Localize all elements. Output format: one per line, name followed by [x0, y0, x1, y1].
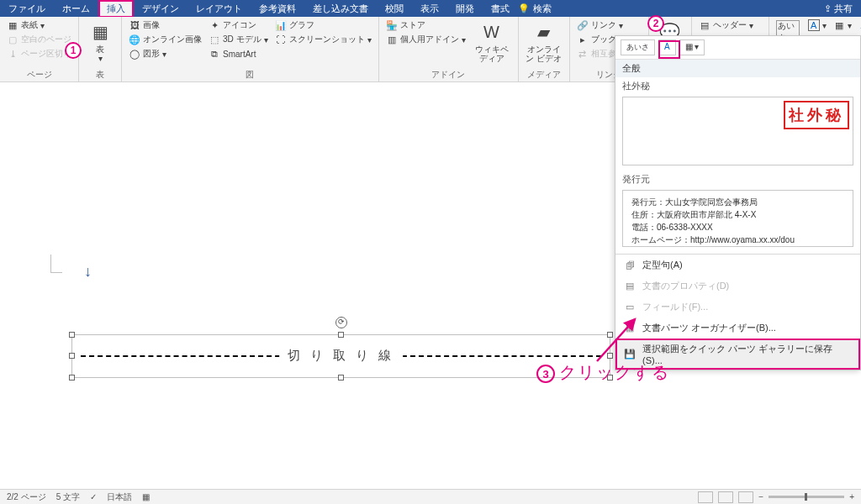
gallery-quickparts-btn[interactable]: ▦ ▾: [679, 39, 705, 55]
page-break-button[interactable]: ⤓ページ区切り: [4, 47, 74, 60]
search-placeholder: 検索: [533, 3, 552, 15]
resize-handle[interactable]: [607, 353, 613, 359]
blank-page-button[interactable]: ▢空白のページ: [4, 33, 74, 46]
zoom-slider[interactable]: [769, 496, 844, 498]
view-read-button[interactable]: [698, 491, 713, 503]
shapes-icon: ◯: [129, 48, 140, 60]
field-icon: ▭: [624, 302, 636, 312]
resize-handle[interactable]: [607, 332, 613, 338]
header-icon: ▤: [699, 19, 710, 31]
annotation-badge-3: 3: [536, 365, 555, 383]
tab-file[interactable]: ファイル: [0, 0, 54, 18]
zoom-in-button[interactable]: +: [849, 492, 854, 501]
view-web-button[interactable]: [738, 491, 753, 503]
wordart-icon: A: [858, 19, 861, 31]
status-macro-icon[interactable]: ▦: [142, 492, 150, 501]
resize-handle[interactable]: [69, 332, 75, 338]
table-button[interactable]: ▦ 表▾: [83, 18, 117, 65]
video-icon: ▰: [532, 20, 556, 44]
gallery-item-confidential[interactable]: 社外秘: [615, 77, 860, 95]
tab-format[interactable]: 書式: [483, 0, 518, 18]
store-button[interactable]: 🏪ストア: [383, 18, 468, 32]
online-picture-button[interactable]: 🌐オンライン画像: [126, 33, 204, 46]
screenshot-icon: ⛶: [275, 34, 287, 45]
tab-developer[interactable]: 開発: [447, 0, 483, 18]
selected-textbox[interactable]: ⟳ 切 り 取 り 線: [71, 334, 610, 378]
menu-autotext[interactable]: 🗐定型句(A): [615, 255, 860, 276]
header-button[interactable]: ▤ヘッダー ▾: [696, 18, 764, 32]
online-video-button[interactable]: ▰ オンライン ビデオ: [523, 18, 565, 65]
tab-references[interactable]: 参考資料: [251, 0, 304, 18]
wordart-button[interactable]: A▾: [856, 18, 861, 32]
tab-mailings[interactable]: 差し込み文書: [304, 0, 377, 18]
tab-home[interactable]: ホーム: [54, 0, 98, 18]
gallery-item-issuer[interactable]: 発行元: [615, 171, 860, 188]
chart-button[interactable]: 📊グラフ: [272, 18, 374, 32]
quickparts-menu: 🗐定型句(A) ▤文書のプロパティ(D) ▭フィールド(F)... ▦文書パーツ…: [615, 254, 860, 370]
ribbon-tabs: ファイル ホーム 挿入 デザイン レイアウト 参考資料 差し込み文書 校閲 表示…: [0, 0, 518, 18]
rotate-handle[interactable]: ⟳: [335, 317, 347, 328]
tab-design[interactable]: デザイン: [134, 0, 188, 18]
group-media: ▰ オンライン ビデオ メディア: [519, 17, 570, 82]
search-box[interactable]: 💡 検索: [518, 3, 552, 15]
shapes-button[interactable]: ◯図形 ▾: [126, 47, 204, 60]
gallery-preview-confidential[interactable]: 社外秘: [622, 97, 853, 165]
table-icon: ▦: [88, 20, 112, 44]
link-button[interactable]: 🔗リンク ▾: [574, 18, 644, 32]
confidential-stamp: 社外秘: [784, 101, 849, 129]
addin-icon: ▥: [386, 34, 398, 45]
status-page[interactable]: 2/2 ページ: [7, 491, 46, 503]
chart-icon: 📊: [275, 19, 287, 31]
quickparts-highlight: [658, 40, 680, 59]
bookmark-icon: ▸: [577, 34, 589, 45]
online-picture-icon: 🌐: [129, 34, 140, 45]
store-icon: 🏪: [386, 19, 398, 31]
textbox-button[interactable]: A▾: [806, 18, 829, 32]
tab-layout[interactable]: レイアウト: [188, 0, 251, 18]
smartart-button[interactable]: ⧉SmartArt: [206, 47, 271, 60]
blank-page-icon: ▢: [7, 34, 18, 45]
3dmodel-button[interactable]: ⬚3D モデル ▾: [206, 33, 271, 46]
ribbon: 1 ▦表紙 ▾ ▢空白のページ ⤓ページ区切り ページ ▦ 表▾ 表 🖼画像 🌐…: [0, 17, 861, 82]
title-bar: ファイル ホーム 挿入 デザイン レイアウト 参考資料 差し込み文書 校閲 表示…: [0, 0, 861, 17]
wikipedia-button[interactable]: W ウィキペディア: [470, 18, 514, 65]
picture-icon: 🖼: [129, 19, 140, 31]
status-spellcheck-icon[interactable]: ✓: [90, 492, 97, 501]
lightbulb-icon: 💡: [518, 3, 530, 14]
share-button[interactable]: ⇪ 共有: [816, 3, 861, 15]
status-words[interactable]: 5 文字: [56, 491, 80, 503]
resize-handle[interactable]: [338, 375, 344, 381]
resize-handle[interactable]: [69, 353, 75, 359]
resize-handle[interactable]: [338, 332, 344, 338]
docprop-icon: ▤: [624, 281, 636, 291]
group-tables: ▦ 表▾ 表: [79, 17, 122, 82]
myaddins-button[interactable]: ▥個人用アドイン ▾: [383, 33, 468, 46]
status-language[interactable]: 日本語: [107, 491, 132, 503]
quickparts-button[interactable]: ▦▾: [831, 18, 854, 32]
gallery-preview-issuer[interactable]: 発行元：大山女学院同窓会事務局 住所：大阪府吹田市岸部北 4-X-X 電話：06…: [622, 190, 853, 247]
resize-handle[interactable]: [69, 375, 75, 381]
menu-organizer[interactable]: ▦文書パーツ オーガナイザー(B)...: [615, 318, 860, 339]
tab-view[interactable]: 表示: [412, 0, 447, 18]
textbox-icon: A: [808, 19, 820, 31]
picture-button[interactable]: 🖼画像: [126, 18, 204, 32]
screenshot-button[interactable]: ⛶スクリーンショット ▾: [272, 33, 374, 46]
annotation-badge-2: 2: [647, 15, 664, 32]
tab-insert[interactable]: 挿入: [98, 0, 134, 18]
gallery-section-general: 全般: [615, 60, 860, 77]
ruler-corner: [50, 255, 62, 273]
save-selection-icon: 💾: [624, 349, 636, 360]
organizer-icon: ▦: [624, 323, 636, 333]
paragraph-arrow-icon: ↓: [84, 263, 92, 281]
menu-field: ▭フィールド(F)...: [615, 297, 860, 318]
gallery-greeting-btn[interactable]: あいさ: [621, 39, 655, 55]
icons-button[interactable]: ✦アイコン: [206, 18, 271, 32]
cut-line-label: 切 り 取 り 線: [279, 348, 404, 364]
page-break-icon: ⤓: [7, 48, 18, 60]
cover-page-button[interactable]: ▦表紙 ▾: [4, 18, 74, 32]
tab-review[interactable]: 校閲: [377, 0, 412, 18]
group-label: ページ: [4, 68, 74, 82]
group-illustrations: 🖼画像 🌐オンライン画像 ◯図形 ▾ ✦アイコン ⬚3D モデル ▾ ⧉Smar…: [122, 17, 379, 82]
view-print-button[interactable]: [718, 491, 733, 503]
zoom-out-button[interactable]: −: [758, 492, 763, 501]
